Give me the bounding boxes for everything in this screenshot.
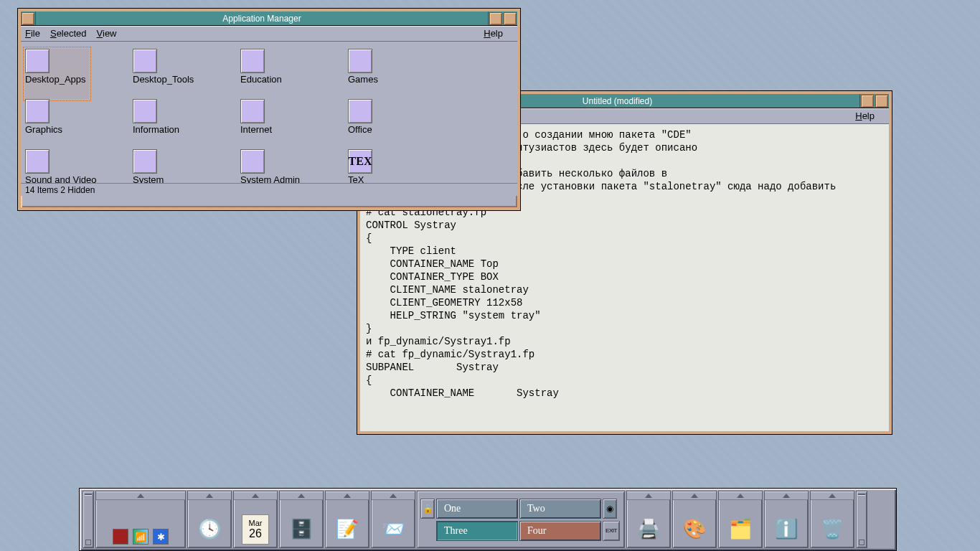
exit-button[interactable]: EXIT <box>603 521 620 541</box>
window-menu-btn[interactable] <box>22 12 34 25</box>
panel-handle-right[interactable] <box>856 491 867 548</box>
folder-icon: TEX <box>348 149 372 174</box>
folder-label: Education <box>240 74 282 85</box>
folder-label: Office <box>348 124 372 135</box>
status-bar: 14 Items 2 Hidden <box>21 183 517 196</box>
app-folder[interactable]: Information <box>133 99 240 149</box>
app-folder[interactable]: Desktop_Apps <box>25 49 89 99</box>
folder-label: Games <box>348 74 378 85</box>
folder-icon <box>133 149 157 174</box>
workspace-three[interactable]: Three <box>436 521 518 541</box>
folder-label: Graphics <box>25 124 62 135</box>
appmanager-window: Application Manager File Selected View H… <box>17 8 521 211</box>
trash-cell[interactable]: 🗑️ <box>810 491 854 548</box>
folder-icon <box>25 49 50 73</box>
calendar-month: Mar <box>249 519 263 527</box>
subpanel-arrow[interactable] <box>673 491 716 500</box>
folder-label: TeX <box>348 174 364 183</box>
network-icon[interactable]: 📶 <box>133 529 149 545</box>
subpanel-arrow[interactable] <box>96 491 185 500</box>
lock-button[interactable]: 🔒 <box>420 499 435 519</box>
workspace-four[interactable]: Four <box>519 521 601 541</box>
subpanel-arrow[interactable] <box>719 491 762 500</box>
folder-label: Sound and Video <box>25 174 97 183</box>
calendar-cell[interactable]: Mar 26 <box>233 491 278 548</box>
folder-label: Internet <box>240 124 272 135</box>
appmgr-menubar: File Selected View Help <box>21 26 517 42</box>
app-folder[interactable]: Internet <box>240 99 348 149</box>
app-folder[interactable]: TEXTeX <box>348 149 456 183</box>
printer-cell[interactable]: 🖨️ <box>626 491 671 548</box>
mail-icon: 📨 <box>377 513 409 545</box>
folder-icon <box>25 149 50 174</box>
folder-icon <box>348 49 372 73</box>
minimize-btn[interactable] <box>861 95 874 108</box>
folder-label: Desktop_Apps <box>25 74 86 85</box>
menu-selected[interactable]: Selected <box>50 28 87 39</box>
appmgr-titlebar[interactable]: Application Manager <box>21 11 517 26</box>
clock-cell[interactable]: 🕓 <box>187 491 232 548</box>
busy-light: ◉ <box>603 499 617 519</box>
folder-icon <box>348 99 372 123</box>
menu-help[interactable]: Help <box>855 110 875 121</box>
filemgr-cell[interactable]: 🗄️ <box>279 491 324 548</box>
folder-label: Information <box>133 124 179 135</box>
mail-cell[interactable]: 📨 <box>371 491 415 548</box>
front-panel: 📶 ✱ 🕓 Mar 26 🗄️ 📝 📨 🔒 One Three <box>79 488 897 551</box>
workspace-switcher: 🔒 One Three Two Four ◉ EXIT <box>417 491 625 548</box>
trash-icon: 🗑️ <box>816 513 848 545</box>
help-icon: ℹ️ <box>771 513 802 545</box>
folder-icon <box>133 49 157 73</box>
menu-view[interactable]: View <box>97 28 117 39</box>
maximize-btn[interactable] <box>504 12 517 25</box>
folder-label: System Admin <box>240 174 300 183</box>
bluetooth-icon[interactable]: ✱ <box>153 529 169 545</box>
printer-icon: 🖨️ <box>633 513 664 545</box>
folder-icon <box>240 49 265 73</box>
help-cell[interactable]: ℹ️ <box>764 491 809 548</box>
folder-icon <box>133 99 157 123</box>
workspace-one[interactable]: One <box>436 499 518 519</box>
subpanel-arrow[interactable] <box>627 491 670 500</box>
subpanel-arrow[interactable] <box>372 491 415 500</box>
maximize-btn[interactable] <box>875 95 888 108</box>
systray-cell: 📶 ✱ <box>95 491 186 548</box>
file-drawer-icon: 🗄️ <box>286 513 317 545</box>
subpanel-arrow[interactable] <box>326 491 369 500</box>
notepad-icon: 📝 <box>331 513 363 545</box>
app-folder[interactable]: Graphics <box>25 99 133 149</box>
appmgr-icon: 🗂️ <box>725 513 756 545</box>
appmgr-cell[interactable]: 🗂️ <box>718 491 763 548</box>
style-manager-icon: 🎨 <box>679 513 710 545</box>
subpanel-arrow[interactable] <box>765 491 808 500</box>
menu-help[interactable]: Help <box>484 28 503 39</box>
flag-icon[interactable] <box>113 529 128 545</box>
icon-grid[interactable]: Desktop_AppsDesktop_ToolsEducationGamesG… <box>21 42 517 183</box>
calendar-icon: Mar 26 <box>242 514 269 545</box>
subpanel-arrow[interactable] <box>280 491 323 500</box>
subpanel-arrow[interactable] <box>188 491 231 500</box>
app-folder[interactable]: Desktop_Tools <box>133 49 240 99</box>
folder-icon <box>240 99 265 123</box>
app-folder[interactable]: Games <box>348 49 456 99</box>
app-folder[interactable]: Office <box>348 99 456 149</box>
app-folder[interactable]: System <box>133 149 240 183</box>
subpanel-arrow[interactable] <box>811 491 854 500</box>
workspace-two[interactable]: Two <box>519 499 601 519</box>
subpanel-arrow[interactable] <box>234 491 277 500</box>
calendar-day: 26 <box>249 527 262 540</box>
editor-cell[interactable]: 📝 <box>325 491 369 548</box>
style-cell[interactable]: 🎨 <box>672 491 717 548</box>
panel-handle-left[interactable] <box>83 491 94 548</box>
minimize-btn[interactable] <box>489 12 502 25</box>
folder-label: Desktop_Tools <box>133 74 194 85</box>
folder-icon <box>240 149 265 174</box>
folder-icon <box>25 99 50 123</box>
folder-label: System <box>133 174 164 183</box>
appmgr-title: Application Manager <box>35 11 489 25</box>
menu-file[interactable]: File <box>25 28 40 39</box>
app-folder[interactable]: Sound and Video <box>25 149 133 183</box>
app-folder[interactable]: Education <box>240 49 348 99</box>
clock-icon: 🕓 <box>194 513 225 545</box>
app-folder[interactable]: System Admin <box>240 149 348 183</box>
